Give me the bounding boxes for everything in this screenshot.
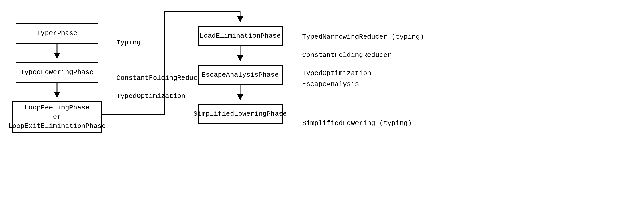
node-loop-phase: LoopPeelingPhase or LoopExitEliminationP… bbox=[12, 101, 102, 133]
annotation-simplified-lowering-phase: SimplifiedLowering (typing) bbox=[294, 110, 412, 128]
node-label: or bbox=[53, 112, 61, 121]
node-typed-lowering-phase: TypedLoweringPhase bbox=[16, 62, 98, 83]
node-escape-analysis-phase: EscapeAnalysisPhase bbox=[198, 65, 283, 85]
annotation-escape-analysis-phase: EscapeAnalysis bbox=[294, 71, 359, 89]
annotation-typer-phase: Typing bbox=[108, 29, 141, 47]
node-label: TypedLoweringPhase bbox=[21, 68, 94, 77]
node-simplified-lowering-phase: SimplifiedLoweringPhase bbox=[198, 104, 283, 124]
annotation-line: ConstantFoldingReducer bbox=[116, 74, 206, 82]
annotation-line: SimplifiedLowering (typing) bbox=[302, 119, 412, 127]
annotation-typed-lowering-phase: ConstantFoldingReducer TypedOptimization bbox=[108, 64, 206, 101]
node-label: LoopPeelingPhase bbox=[24, 103, 90, 112]
node-label: TyperPhase bbox=[37, 29, 77, 38]
annotation-line: ConstantFoldingReducer bbox=[302, 51, 391, 59]
annotation-line: TypedNarrowingReducer (typing) bbox=[302, 33, 424, 41]
node-label: LoopExitEliminationPhase bbox=[8, 122, 106, 131]
node-label: EscapeAnalysisPhase bbox=[202, 70, 279, 80]
node-typer-phase: TyperPhase bbox=[16, 23, 98, 44]
node-label: LoadEliminationPhase bbox=[200, 31, 281, 41]
annotation-line: TypedOptimization bbox=[116, 92, 185, 100]
annotation-load-elimination-phase: TypedNarrowingReducer (typing) ConstantF… bbox=[294, 23, 424, 78]
annotation-line: EscapeAnalysis bbox=[302, 80, 359, 88]
annotation-line: Typing bbox=[116, 39, 141, 47]
node-load-elimination-phase: LoadEliminationPhase bbox=[198, 26, 283, 46]
node-label: SimplifiedLoweringPhase bbox=[194, 109, 287, 119]
